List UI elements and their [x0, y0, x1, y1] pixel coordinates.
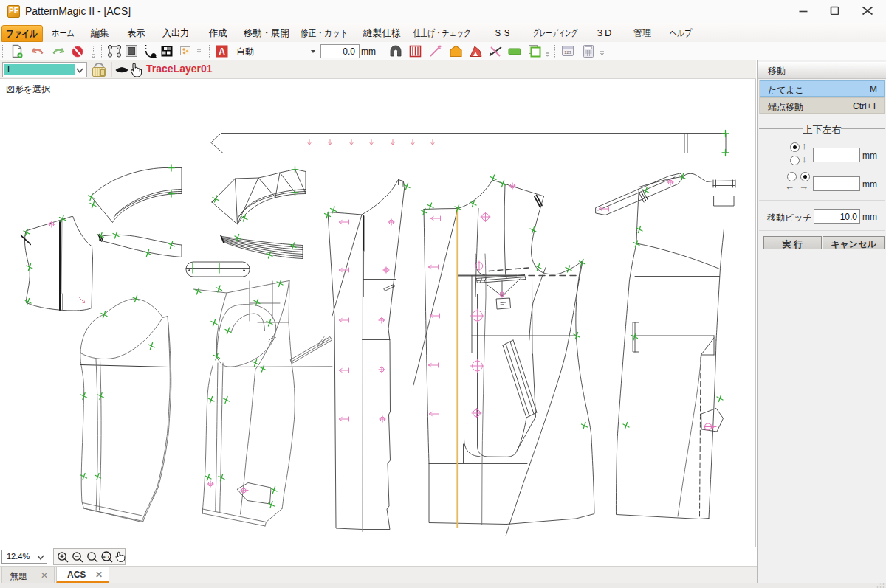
svg-text:mm: mm — [361, 46, 376, 57]
svg-text:0.0: 0.0 — [343, 46, 355, 57]
svg-text:A: A — [219, 46, 225, 57]
svg-text:123: 123 — [564, 50, 572, 55]
svg-text:自動: 自動 — [236, 46, 254, 57]
svg-text:ALL: ALL — [103, 555, 111, 559]
